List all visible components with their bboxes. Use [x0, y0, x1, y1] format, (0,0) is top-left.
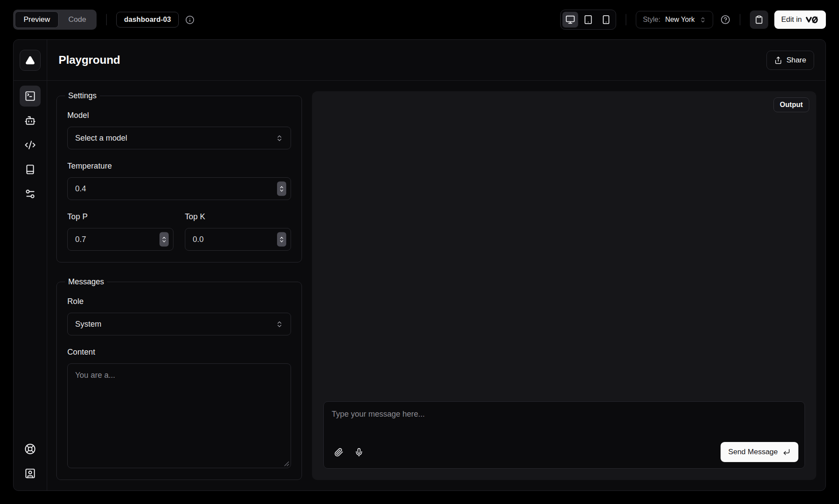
- sidebar-item-documentation[interactable]: [20, 159, 41, 180]
- resize-handle-icon[interactable]: [284, 461, 289, 466]
- chevrons-up-down-icon: [276, 135, 283, 142]
- top-p-input[interactable]: [68, 228, 173, 250]
- sidebar-item-settings[interactable]: [20, 183, 41, 204]
- book-icon: [24, 164, 36, 175]
- toolbar: Preview Code dashboard-03 Style: New Yor…: [0, 0, 839, 39]
- code-icon: [24, 139, 36, 151]
- sidebar-item-playground[interactable]: [20, 86, 41, 107]
- sidebar-logo-section: [14, 40, 47, 81]
- model-select-value: Select a model: [75, 134, 127, 143]
- number-stepper-icon[interactable]: [277, 232, 286, 247]
- tab-code[interactable]: Code: [59, 11, 95, 28]
- page-title: Playground: [59, 53, 120, 67]
- page-header: Playground Share: [47, 40, 825, 81]
- top-p-input-wrap: [67, 228, 173, 251]
- sidebar-item-help[interactable]: [20, 438, 41, 459]
- help-icon[interactable]: [721, 15, 730, 24]
- toolbar-right: Style: New York Edit in: [560, 10, 826, 30]
- sidebar-item-account[interactable]: [20, 463, 41, 484]
- top-p-k-row: Top P Top K: [67, 212, 291, 251]
- toolbar-left: Preview Code dashboard-03: [13, 10, 194, 30]
- block-name-badge: dashboard-03: [116, 12, 179, 28]
- view-toggle: Preview Code: [13, 10, 97, 30]
- temperature-label: Temperature: [67, 162, 291, 171]
- share-button[interactable]: Share: [766, 51, 814, 70]
- sidebar-item-models[interactable]: [20, 110, 41, 131]
- corner-down-left-icon: [783, 448, 790, 456]
- temperature-field: Temperature: [67, 162, 291, 200]
- temperature-input[interactable]: [68, 178, 291, 200]
- style-select[interactable]: Style: New York: [636, 11, 713, 28]
- divider: [740, 14, 740, 25]
- share-button-label: Share: [787, 56, 806, 65]
- content-grid: Settings Model Select a model Temperatur…: [47, 81, 825, 490]
- preview-frame: Playground Share Settings Model Select a…: [13, 39, 826, 491]
- composer-toolbar: Send Message: [324, 437, 804, 468]
- top-k-input[interactable]: [185, 228, 291, 250]
- tab-preview[interactable]: Preview: [15, 11, 59, 28]
- share-upload-icon: [774, 56, 782, 64]
- chevrons-up-down-icon: [276, 321, 283, 328]
- sidebar-bottom-nav: [20, 438, 41, 490]
- settings-sliders-icon: [24, 188, 36, 200]
- role-field: Role System: [67, 297, 291, 335]
- divider: [106, 14, 107, 25]
- messages-fieldset: Messages Role System Content: [56, 277, 302, 480]
- app-logo-button[interactable]: [20, 50, 41, 71]
- life-buoy-icon: [24, 443, 36, 455]
- content-textarea-wrap: [67, 363, 291, 468]
- send-message-label: Send Message: [728, 448, 778, 456]
- sidebar-nav: [20, 81, 41, 204]
- model-label: Model: [67, 111, 291, 120]
- device-size-toggle: [560, 10, 616, 30]
- top-p-label: Top P: [67, 212, 173, 221]
- role-label: Role: [67, 297, 291, 306]
- chevrons-up-down-icon: [700, 17, 706, 23]
- message-input[interactable]: [324, 402, 804, 437]
- settings-fieldset: Settings Model Select a model Temperatur…: [56, 91, 302, 262]
- microphone-icon[interactable]: [350, 443, 367, 461]
- number-stepper-icon[interactable]: [277, 182, 286, 196]
- edit-in-v0-label: Edit in: [781, 15, 802, 24]
- desktop-icon[interactable]: [562, 12, 578, 28]
- send-message-button[interactable]: Send Message: [721, 442, 798, 462]
- triangle-logo-icon: [25, 55, 35, 65]
- top-k-label: Top K: [185, 212, 291, 221]
- output-panel: Output Send Message: [312, 91, 816, 480]
- smartphone-icon[interactable]: [598, 12, 614, 28]
- top-k-field: Top K: [185, 212, 291, 251]
- content-field: Content: [67, 348, 291, 468]
- messages-legend: Messages: [65, 277, 107, 287]
- role-select-value: System: [75, 320, 101, 329]
- square-terminal-icon: [24, 90, 36, 102]
- bot-icon: [24, 115, 36, 126]
- content-label: Content: [67, 348, 291, 357]
- message-composer: Send Message: [323, 401, 805, 469]
- edit-in-v0-button[interactable]: Edit in: [774, 10, 826, 29]
- content-textarea[interactable]: [68, 364, 291, 468]
- top-k-input-wrap: [185, 228, 291, 251]
- model-field: Model Select a model: [67, 111, 291, 149]
- top-p-field: Top P: [67, 212, 173, 251]
- copy-clipboard-icon[interactable]: [750, 10, 768, 29]
- output-badge: Output: [773, 97, 809, 112]
- temperature-input-wrap: [67, 177, 291, 200]
- style-select-value: New York: [665, 16, 695, 24]
- info-icon[interactable]: [185, 15, 194, 24]
- output-empty-area: [323, 103, 805, 401]
- tablet-icon[interactable]: [580, 12, 596, 28]
- number-stepper-icon[interactable]: [159, 232, 169, 247]
- sidebar-item-api[interactable]: [20, 135, 41, 155]
- main-area: Playground Share Settings Model Select a…: [47, 40, 825, 490]
- style-select-label: Style:: [643, 16, 660, 24]
- paperclip-icon[interactable]: [330, 443, 347, 461]
- configuration-column: Settings Model Select a model Temperatur…: [56, 91, 302, 480]
- model-select[interactable]: Select a model: [67, 127, 291, 149]
- settings-legend: Settings: [65, 91, 100, 100]
- divider: [626, 14, 626, 25]
- v0-logo-icon: [806, 16, 819, 24]
- app-sidebar: [14, 40, 47, 490]
- role-select[interactable]: System: [67, 313, 291, 335]
- square-user-icon: [24, 468, 36, 479]
